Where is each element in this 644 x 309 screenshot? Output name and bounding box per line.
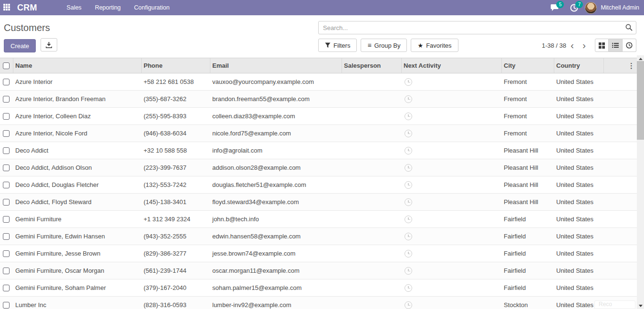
cell-phone[interactable]: (379)-167-2040 [142,279,210,296]
cell-country[interactable]: United States [554,125,604,142]
table-row[interactable]: Gemini Furniture +1 312 349 2324 john.b@… [0,211,637,228]
cell-phone[interactable]: +1 312 349 2324 [142,211,210,227]
cell-next-activity[interactable] [402,142,502,159]
cell-phone[interactable]: (829)-386-3277 [142,245,210,262]
scrollbar-up-arrow-icon[interactable] [639,58,643,60]
filters-button[interactable]: Filters [318,39,357,52]
cell-name[interactable]: Azure Interior, Colleen Diaz [13,108,142,124]
row-checkbox[interactable] [3,250,10,257]
cell-salesperson[interactable] [342,194,402,210]
cell-email[interactable]: colleen.diaz83@example.com [210,108,342,124]
cell-next-activity[interactable] [402,245,502,262]
cell-phone[interactable]: (828)-316-0593 [142,297,210,309]
schedule-activity-clock-icon[interactable] [405,147,412,154]
cell-country[interactable]: United States [554,108,604,124]
cell-email[interactable]: edwin.hansen58@example.com [210,228,342,245]
row-checkbox[interactable] [3,268,10,274]
row-checkbox[interactable] [3,182,10,188]
column-header-city[interactable]: City [502,58,554,73]
table-row[interactable]: Deco Addict, Floyd Steward (145)-138-340… [0,194,637,211]
cell-phone[interactable]: (223)-399-7637 [142,159,210,176]
cell-country[interactable]: United States [554,73,604,90]
cell-next-activity[interactable] [402,91,502,107]
schedule-activity-clock-icon[interactable] [405,216,412,223]
cell-city[interactable]: Pleasant Hill [502,159,554,176]
menu-sales[interactable]: Sales [62,2,86,13]
cell-email[interactable]: vauxoo@yourcompany.example.com [210,73,342,90]
cell-country[interactable]: United States [554,279,604,296]
table-row[interactable]: Gemini Furniture, Jesse Brown (829)-386-… [0,245,637,262]
cell-email[interactable]: info@agrolait.com [210,142,342,159]
pager-previous-button[interactable]: ‹ [566,41,578,50]
schedule-activity-clock-icon[interactable] [405,284,412,292]
cell-salesperson[interactable] [342,245,402,262]
cell-name[interactable]: Lumber Inc [13,297,142,309]
group-by-button[interactable]: ≡ Group By [361,39,407,52]
cell-name[interactable]: Gemini Furniture, Edwin Hansen [13,228,142,245]
cell-next-activity[interactable] [402,159,502,176]
schedule-activity-clock-icon[interactable] [405,198,412,206]
table-row[interactable]: Lumber Inc (828)-316-0593 lumber-inv92@e… [0,297,637,309]
column-header-name[interactable]: Name [13,58,142,73]
scrollbar-down-arrow-icon[interactable] [639,305,643,307]
cell-email[interactable]: jesse.brown74@example.com [210,245,342,262]
table-row[interactable]: Azure Interior, Nicole Ford (946)-638-60… [0,125,637,142]
cell-country[interactable]: United States [554,194,604,210]
schedule-activity-clock-icon[interactable] [405,95,412,103]
cell-salesperson[interactable] [342,297,402,309]
vertical-scrollbar[interactable] [637,55,644,309]
cell-country[interactable]: United States [554,159,604,176]
scrollbar-thumb[interactable] [637,61,644,140]
schedule-activity-clock-icon[interactable] [405,130,412,137]
cell-salesperson[interactable] [342,142,402,159]
cell-salesperson[interactable] [342,211,402,227]
cell-salesperson[interactable] [342,91,402,107]
export-button[interactable] [41,38,57,52]
cell-city[interactable]: Fremont [502,73,554,90]
table-row[interactable]: Gemini Furniture, Oscar Morgan (561)-239… [0,262,637,279]
cell-next-activity[interactable] [402,279,502,296]
table-row[interactable]: Gemini Furniture, Soham Palmer (379)-167… [0,279,637,297]
table-row[interactable]: Azure Interior, Brandon Freeman (355)-68… [0,91,637,108]
cell-name[interactable]: Deco Addict [13,142,142,159]
app-brand[interactable]: CRM [17,3,37,13]
kanban-view-button[interactable] [595,39,609,52]
cell-name[interactable]: Azure Interior, Brandon Freeman [13,91,142,107]
row-checkbox[interactable] [3,302,10,309]
cell-salesperson[interactable] [342,279,402,296]
cell-city[interactable]: Fairfield [502,279,554,296]
user-menu[interactable]: Mitchell Admin [601,4,639,11]
cell-email[interactable]: brandon.freeman55@example.com [210,91,342,107]
cell-salesperson[interactable] [342,125,402,142]
column-header-phone[interactable]: Phone [142,58,210,73]
schedule-activity-clock-icon[interactable] [405,78,412,86]
cell-salesperson[interactable] [342,159,402,176]
table-row[interactable]: Azure Interior, Colleen Diaz (255)-595-8… [0,108,637,125]
cell-salesperson[interactable] [342,108,402,124]
cell-next-activity[interactable] [402,108,502,124]
row-checkbox[interactable] [3,79,10,85]
column-header-email[interactable]: Email [210,58,342,73]
table-row[interactable]: Deco Addict, Addison Olson (223)-399-763… [0,159,637,176]
cell-next-activity[interactable] [402,176,502,193]
cell-phone[interactable]: (943)-352-2555 [142,228,210,245]
cell-salesperson[interactable] [342,262,402,279]
activities-button[interactable]: 7 [566,0,582,15]
cell-phone[interactable]: (561)-239-1744 [142,262,210,279]
row-checkbox[interactable] [3,147,10,154]
cell-city[interactable]: Fairfield [502,245,554,262]
column-header-next-activity[interactable]: Next Activity [402,58,502,73]
menu-reporting[interactable]: Reporting [90,2,125,13]
cell-salesperson[interactable] [342,228,402,245]
cell-phone[interactable]: +58 212 681 0538 [142,73,210,90]
pager-next-button[interactable]: › [578,41,590,50]
messages-button[interactable]: 5 [547,0,563,15]
cell-next-activity[interactable] [402,262,502,279]
cell-name[interactable]: Deco Addict, Addison Olson [13,159,142,176]
cell-phone[interactable]: +32 10 588 558 [142,142,210,159]
cell-city[interactable]: Stockton [502,297,554,309]
cell-name[interactable]: Deco Addict, Floyd Steward [13,194,142,210]
cell-next-activity[interactable] [402,125,502,142]
optional-columns-toggle[interactable]: ⋮ [604,58,637,73]
cell-email[interactable]: douglas.fletcher51@example.com [210,176,342,193]
